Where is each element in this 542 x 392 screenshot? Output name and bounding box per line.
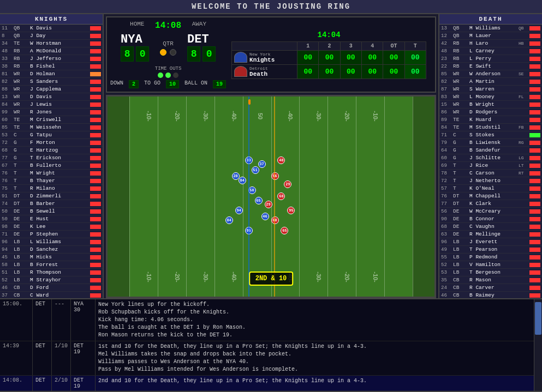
field-container: SIM DYNASTY SIM DYNASTY -10--10--20--20-… (106, 95, 436, 298)
team-cell: Detroit Death (232, 64, 297, 79)
home-score-digits: 8 0 (121, 46, 149, 62)
togo-label: TO GO (144, 80, 160, 88)
player-num: 69 (441, 163, 453, 168)
yard-label: -20- (174, 111, 181, 122)
away-abbr: DET (187, 33, 216, 46)
list-item: 58 LB B Forrest (0, 261, 103, 269)
log-scrollbar[interactable] (534, 299, 542, 391)
player-dot: 46 (261, 213, 269, 220)
player-num: 12 (441, 33, 453, 39)
player-bar (90, 248, 101, 252)
list-item: 67 T B Fullerto (0, 162, 103, 170)
timeout-dot-1 (158, 73, 163, 78)
yard-line (186, 97, 187, 297)
home-score-2: 0 (136, 46, 149, 62)
player-pos: C (453, 132, 469, 138)
away-score-digits: 8 0 (187, 46, 216, 62)
player-pos: DT (453, 193, 469, 199)
player-bar (90, 95, 101, 99)
player-bar (529, 286, 540, 290)
player-num: 50 (2, 216, 14, 222)
list-item: 11 QB K Davis (0, 25, 103, 32)
list-item: 55 LB P Redmond (439, 254, 542, 261)
player-pos: DT (453, 201, 469, 207)
player-pos: T (453, 170, 469, 176)
player-num: 96 (441, 239, 453, 245)
player-name: K Davis (30, 25, 90, 31)
player-pos: CB (453, 285, 469, 291)
player-bar (529, 72, 540, 76)
score-cell: 00 (319, 50, 340, 64)
list-item: 76 T M Wright (0, 170, 103, 177)
log-time: 15:00. (0, 299, 33, 341)
list-item: 90 DE B Connor (439, 215, 542, 223)
yard-line (271, 97, 272, 297)
ballon-label: BALL ON (184, 80, 207, 88)
player-pos: WR (453, 71, 469, 77)
player-name: D Ford (30, 285, 90, 291)
player-name: L Perry (469, 56, 529, 62)
player-num: 76 (441, 194, 453, 199)
player-dot: 65 (281, 227, 288, 234)
player-pos: LB (14, 246, 30, 252)
player-name: J Everett (469, 239, 529, 245)
list-item: 72 G F Morton (0, 139, 103, 147)
player-name: B Wright (469, 101, 529, 107)
list-item: 14:08. DET 2/10 DET 19 2nd and 10 for th… (0, 376, 534, 391)
scroll-thumb[interactable] (535, 302, 541, 335)
player-num: 34 (2, 41, 14, 46)
player-name: V Hamilton (469, 262, 529, 268)
player-num: 78 (441, 171, 453, 176)
player-pos: G (453, 155, 469, 161)
player-bar (90, 232, 101, 237)
player-name: L Carney (469, 48, 529, 54)
list-item: 60 TE M Criswell (0, 116, 103, 124)
list-item: 56 DE W McCreary (439, 208, 542, 215)
yard-label-bottom: -20- (174, 272, 181, 282)
player-pos: DT (14, 201, 30, 207)
player-bar (90, 125, 101, 130)
player-bar (90, 164, 101, 168)
player-pos: C (14, 132, 30, 138)
player-num: 49 (441, 247, 453, 252)
log-down: --- (52, 299, 71, 341)
player-name: B Fishel (30, 63, 90, 69)
score-cell: 00 (297, 64, 319, 79)
timeouts-section: TIME OUTS (155, 65, 182, 78)
player-num: 60 (2, 117, 14, 123)
player-num: 90 (441, 216, 453, 222)
player-pos: WR (14, 101, 30, 107)
player-bar (529, 87, 540, 92)
player-dot: 65 (255, 197, 263, 204)
player-pos: DE (14, 216, 30, 222)
player-pos: LB (453, 254, 469, 260)
player-pos: T (14, 185, 30, 191)
score-left: HOME 14:08 AWAY NYA 8 0 QTR (110, 21, 226, 88)
center-panel: HOME 14:08 AWAY NYA 8 0 QTR (104, 14, 438, 298)
list-item: 42 RB H Laro HB (439, 40, 542, 47)
player-name: L Williams (30, 239, 90, 245)
player-pos: DT (14, 193, 30, 199)
player-name: T Pearson (469, 246, 529, 252)
list-item: 96 LB L Williams (0, 238, 103, 246)
player-num: 15 (441, 102, 453, 107)
player-num: 81 (2, 71, 14, 77)
player-bar (90, 171, 101, 176)
player-pos: T (453, 162, 469, 168)
team-city: Detroit (249, 66, 268, 71)
player-pos: RB (453, 63, 469, 69)
log-time: 14:39 (0, 341, 33, 375)
right-sidebar-title: Death (439, 14, 542, 25)
player-name: P Redmond (469, 254, 529, 260)
right-player-list: 13 QB M Williams QB 12 QB M Lauer 42 RB … (439, 25, 542, 298)
log-desc: 2nd and 10 for the Death, they line up i… (96, 376, 534, 391)
player-bar (90, 209, 101, 214)
list-item: 38 RB B Fishel (0, 63, 103, 70)
player-bar (90, 110, 101, 114)
home-team-abbr: NYA 8 0 (121, 33, 149, 62)
player-bar (529, 41, 540, 46)
player-bar (90, 64, 101, 69)
player-bar (529, 293, 540, 298)
team-helmet (234, 52, 247, 63)
player-name: R Jones (30, 109, 90, 115)
